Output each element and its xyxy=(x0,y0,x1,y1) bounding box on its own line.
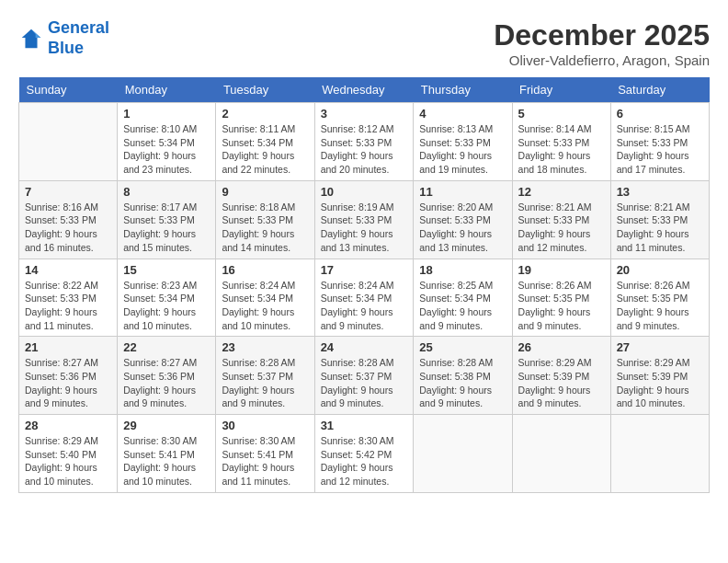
day-info: Sunrise: 8:30 AMSunset: 5:41 PMDaylight:… xyxy=(123,434,210,488)
calendar-cell: 28Sunrise: 8:29 AMSunset: 5:40 PMDayligh… xyxy=(19,415,118,493)
svg-marker-0 xyxy=(22,29,41,48)
day-number: 29 xyxy=(123,419,210,432)
calendar-cell: 30Sunrise: 8:30 AMSunset: 5:41 PMDayligh… xyxy=(216,415,314,493)
calendar-week-1: 1Sunrise: 8:10 AMSunset: 5:34 PMDaylight… xyxy=(19,103,710,181)
day-info: Sunrise: 8:13 AMSunset: 5:33 PMDaylight:… xyxy=(419,122,506,177)
calendar-cell xyxy=(512,415,610,493)
day-number: 23 xyxy=(222,340,308,354)
calendar-cell: 19Sunrise: 8:26 AMSunset: 5:35 PMDayligh… xyxy=(512,259,610,337)
day-number: 3 xyxy=(321,107,408,121)
header-thursday: Thursday xyxy=(414,77,512,103)
calendar-cell xyxy=(19,103,118,181)
calendar-cell: 1Sunrise: 8:10 AMSunset: 5:34 PMDaylight… xyxy=(118,103,216,181)
day-number: 1 xyxy=(123,107,210,121)
calendar-cell: 26Sunrise: 8:29 AMSunset: 5:39 PMDayligh… xyxy=(512,337,610,415)
day-number: 20 xyxy=(617,263,703,277)
logo: General Blue xyxy=(18,18,109,58)
day-number: 15 xyxy=(123,263,210,277)
calendar-cell: 29Sunrise: 8:30 AMSunset: 5:41 PMDayligh… xyxy=(118,415,216,493)
calendar-cell xyxy=(610,415,709,493)
day-info: Sunrise: 8:15 AMSunset: 5:33 PMDaylight:… xyxy=(617,122,703,177)
day-number: 16 xyxy=(222,263,308,277)
header-tuesday: Tuesday xyxy=(216,77,314,103)
calendar-cell: 10Sunrise: 8:19 AMSunset: 5:33 PMDayligh… xyxy=(314,180,414,259)
calendar-week-3: 14Sunrise: 8:22 AMSunset: 5:33 PMDayligh… xyxy=(19,259,710,337)
calendar-week-2: 7Sunrise: 8:16 AMSunset: 5:33 PMDaylight… xyxy=(19,180,710,259)
calendar-cell: 6Sunrise: 8:15 AMSunset: 5:33 PMDaylight… xyxy=(610,103,709,181)
day-info: Sunrise: 8:28 AMSunset: 5:37 PMDaylight:… xyxy=(321,356,408,410)
calendar-cell: 9Sunrise: 8:18 AMSunset: 5:33 PMDaylight… xyxy=(216,180,314,259)
day-number: 19 xyxy=(518,263,605,277)
location: Oliver-Valdefierro, Aragon, Spain xyxy=(494,52,710,68)
day-info: Sunrise: 8:27 AMSunset: 5:36 PMDaylight:… xyxy=(25,356,111,410)
calendar-cell: 5Sunrise: 8:14 AMSunset: 5:33 PMDaylight… xyxy=(512,103,610,181)
calendar-cell: 7Sunrise: 8:16 AMSunset: 5:33 PMDaylight… xyxy=(19,180,118,259)
calendar-cell: 18Sunrise: 8:25 AMSunset: 5:34 PMDayligh… xyxy=(414,259,512,337)
day-number: 7 xyxy=(25,185,111,199)
calendar-week-5: 28Sunrise: 8:29 AMSunset: 5:40 PMDayligh… xyxy=(19,415,710,493)
day-number: 27 xyxy=(617,340,703,354)
day-info: Sunrise: 8:21 AMSunset: 5:33 PMDaylight:… xyxy=(518,201,605,255)
day-info: Sunrise: 8:30 AMSunset: 5:42 PMDaylight:… xyxy=(321,434,408,488)
calendar-cell: 21Sunrise: 8:27 AMSunset: 5:36 PMDayligh… xyxy=(19,337,118,415)
day-number: 8 xyxy=(123,185,210,199)
header-wednesday: Wednesday xyxy=(314,77,414,103)
day-number: 4 xyxy=(419,107,506,121)
day-number: 21 xyxy=(25,340,111,354)
logo-text: General Blue xyxy=(48,18,109,58)
day-number: 13 xyxy=(617,185,703,199)
day-info: Sunrise: 8:25 AMSunset: 5:34 PMDaylight:… xyxy=(419,279,506,333)
logo-line1: General xyxy=(48,18,109,37)
day-info: Sunrise: 8:16 AMSunset: 5:33 PMDaylight:… xyxy=(25,201,111,255)
page-header: General Blue December 2025 Oliver-Valdef… xyxy=(18,18,710,68)
calendar-cell: 11Sunrise: 8:20 AMSunset: 5:33 PMDayligh… xyxy=(414,180,512,259)
calendar-cell: 22Sunrise: 8:27 AMSunset: 5:36 PMDayligh… xyxy=(118,337,216,415)
day-info: Sunrise: 8:28 AMSunset: 5:37 PMDaylight:… xyxy=(222,356,308,410)
day-info: Sunrise: 8:18 AMSunset: 5:33 PMDaylight:… xyxy=(222,201,308,255)
day-info: Sunrise: 8:28 AMSunset: 5:38 PMDaylight:… xyxy=(419,356,506,410)
calendar-cell: 16Sunrise: 8:24 AMSunset: 5:34 PMDayligh… xyxy=(216,259,314,337)
calendar-cell: 13Sunrise: 8:21 AMSunset: 5:33 PMDayligh… xyxy=(610,180,709,259)
day-info: Sunrise: 8:24 AMSunset: 5:34 PMDaylight:… xyxy=(321,279,408,333)
calendar-cell: 2Sunrise: 8:11 AMSunset: 5:34 PMDaylight… xyxy=(216,103,314,181)
calendar-week-4: 21Sunrise: 8:27 AMSunset: 5:36 PMDayligh… xyxy=(19,337,710,415)
day-info: Sunrise: 8:22 AMSunset: 5:33 PMDaylight:… xyxy=(25,279,111,333)
calendar-cell: 31Sunrise: 8:30 AMSunset: 5:42 PMDayligh… xyxy=(314,415,414,493)
calendar-cell: 4Sunrise: 8:13 AMSunset: 5:33 PMDaylight… xyxy=(414,103,512,181)
title-block: December 2025 Oliver-Valdefierro, Aragon… xyxy=(494,18,710,68)
logo-icon xyxy=(18,26,44,52)
calendar-cell: 20Sunrise: 8:26 AMSunset: 5:35 PMDayligh… xyxy=(610,259,709,337)
calendar-cell: 8Sunrise: 8:17 AMSunset: 5:33 PMDaylight… xyxy=(118,180,216,259)
calendar-cell: 27Sunrise: 8:29 AMSunset: 5:39 PMDayligh… xyxy=(610,337,709,415)
day-info: Sunrise: 8:17 AMSunset: 5:33 PMDaylight:… xyxy=(123,201,210,255)
day-info: Sunrise: 8:20 AMSunset: 5:33 PMDaylight:… xyxy=(419,201,506,255)
day-info: Sunrise: 8:10 AMSunset: 5:34 PMDaylight:… xyxy=(123,122,210,177)
day-number: 22 xyxy=(123,340,210,354)
day-info: Sunrise: 8:29 AMSunset: 5:39 PMDaylight:… xyxy=(617,356,703,410)
header-friday: Friday xyxy=(512,77,610,103)
day-info: Sunrise: 8:11 AMSunset: 5:34 PMDaylight:… xyxy=(222,122,308,177)
calendar-cell: 14Sunrise: 8:22 AMSunset: 5:33 PMDayligh… xyxy=(19,259,118,337)
day-info: Sunrise: 8:26 AMSunset: 5:35 PMDaylight:… xyxy=(518,279,605,333)
header-saturday: Saturday xyxy=(610,77,709,103)
calendar-cell: 25Sunrise: 8:28 AMSunset: 5:38 PMDayligh… xyxy=(414,337,512,415)
day-number: 28 xyxy=(25,419,111,432)
day-number: 17 xyxy=(321,263,408,277)
day-info: Sunrise: 8:27 AMSunset: 5:36 PMDaylight:… xyxy=(123,356,210,410)
day-info: Sunrise: 8:29 AMSunset: 5:39 PMDaylight:… xyxy=(518,356,605,410)
day-number: 5 xyxy=(518,107,605,121)
calendar-cell: 17Sunrise: 8:24 AMSunset: 5:34 PMDayligh… xyxy=(314,259,414,337)
day-number: 9 xyxy=(222,185,308,199)
day-info: Sunrise: 8:26 AMSunset: 5:35 PMDaylight:… xyxy=(617,279,703,333)
day-info: Sunrise: 8:29 AMSunset: 5:40 PMDaylight:… xyxy=(25,434,111,488)
calendar-cell: 3Sunrise: 8:12 AMSunset: 5:33 PMDaylight… xyxy=(314,103,414,181)
day-info: Sunrise: 8:19 AMSunset: 5:33 PMDaylight:… xyxy=(321,201,408,255)
calendar-cell: 24Sunrise: 8:28 AMSunset: 5:37 PMDayligh… xyxy=(314,337,414,415)
day-info: Sunrise: 8:21 AMSunset: 5:33 PMDaylight:… xyxy=(617,201,703,255)
day-number: 2 xyxy=(222,107,308,121)
day-info: Sunrise: 8:24 AMSunset: 5:34 PMDaylight:… xyxy=(222,279,308,333)
day-number: 31 xyxy=(321,419,408,432)
day-number: 6 xyxy=(617,107,703,121)
day-number: 24 xyxy=(321,340,408,354)
calendar-cell xyxy=(414,415,512,493)
